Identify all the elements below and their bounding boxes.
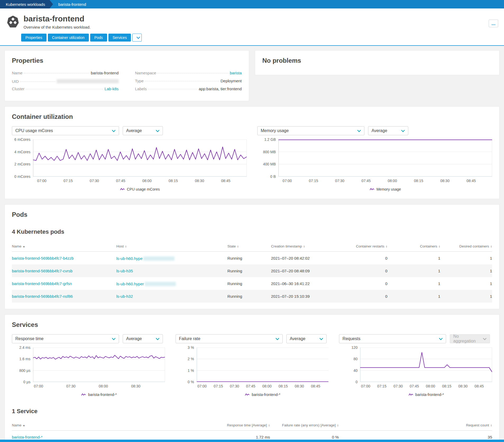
host-link[interactable]: ls-ub-h35 — [116, 269, 133, 273]
chevron-down-icon — [112, 338, 116, 340]
sort-icon: ▲▼ — [237, 245, 239, 248]
line-series-icon — [81, 393, 86, 396]
cpu-chart-legend: CPU usage mCores — [33, 187, 247, 191]
container-utilization-card: Container utilization CPU usage mCores A… — [4, 106, 500, 199]
pod-name-link[interactable]: barista-frontend-569bbb4fc7-b4zzb — [12, 256, 74, 260]
response-time-x-axis-labels: 07:0007:3008:0008:30 — [33, 382, 165, 389]
memory-chart-legend: Memory usage — [278, 187, 492, 191]
property-type: Type Deployment — [135, 79, 242, 87]
service-col-request-count[interactable]: Request count▲▼ — [339, 423, 492, 427]
property-namespace: Namespace barista — [135, 71, 242, 79]
response-time-metric-select[interactable]: Response time — [12, 334, 119, 343]
service-col-name[interactable]: Name▲ — [12, 423, 217, 427]
service-request-count: 35 — [339, 435, 492, 439]
service-table: Name▲ Response time [Average]▲▼ Failure … — [12, 422, 492, 442]
cpu-metric-select[interactable]: CPU usage mCores — [12, 126, 119, 135]
pods-col-restarts[interactable]: Container restarts▲▼ — [332, 244, 387, 248]
pod-containers: 1 — [387, 269, 440, 273]
page-subtitle: Overview of the Kubernetes workload. — [24, 25, 90, 29]
property-uid: UID — [12, 79, 119, 87]
sort-icon: ▲▼ — [491, 424, 492, 427]
services-card: Services Response time Average Failure r… — [4, 314, 500, 442]
response-time-chart: 2.4 ms1.6 ms800 µs0 µs 07:0007:3008:0008… — [12, 348, 165, 398]
namespace-link[interactable]: barista — [230, 71, 242, 75]
kubernetes-workload-icon — [7, 15, 19, 28]
nav-pods-button[interactable]: Pods — [90, 34, 107, 42]
failure-rate-metric-select[interactable]: Failure rate — [176, 334, 283, 343]
host-redacted-blur — [143, 256, 175, 261]
response-time-y-axis-labels: 2.4 ms1.6 ms800 µs0 µs — [12, 348, 33, 382]
pod-created: 2021–07–20 08:48:09 — [271, 269, 332, 273]
property-cluster: Cluster Lab-k8s — [12, 87, 119, 94]
pod-desired: 1 — [440, 281, 492, 286]
nav-container-utilization-button[interactable]: Container utilization — [48, 34, 89, 42]
sort-icon: ▲▼ — [491, 245, 492, 248]
breadcrumb-kubernetes-workloads[interactable]: Kubernetes workloads — [0, 0, 53, 8]
failure-rate-plot-area — [197, 348, 329, 382]
requests-chart-legend: barista-frontend-* — [360, 393, 492, 397]
breadcrumb-current: barista-frontend — [53, 0, 86, 8]
container-utilization-title: Container utilization — [12, 113, 492, 120]
chevron-down-icon — [319, 338, 323, 340]
pods-col-containers[interactable]: Containers▲▼ — [387, 244, 440, 248]
chevron-down-icon — [483, 338, 487, 340]
memory-aggregation-select[interactable]: Average — [368, 126, 408, 135]
pod-restarts: 0 — [332, 256, 387, 260]
host-link[interactable]: ls-ub-h60.hype — [116, 256, 143, 261]
pod-state: Running — [227, 281, 271, 286]
memory-metric-select[interactable]: Memory usage — [257, 126, 364, 135]
pod-restarts: 0 — [332, 294, 387, 299]
property-name: Name barista-frontend — [12, 71, 119, 79]
pod-state: Running — [227, 269, 271, 273]
nav-properties-button[interactable]: Properties — [21, 34, 47, 42]
requests-metric-select[interactable]: Requests — [339, 334, 446, 343]
pod-name-link[interactable]: barista-frontend-569bbb4fc7-grfsn — [12, 281, 72, 286]
memory-y-axis-labels: 1.2 GB800 MB400 MB0 B — [257, 139, 278, 177]
sort-asc-icon: ▲ — [23, 245, 25, 248]
cpu-x-axis-labels: 07:0007:1507:3007:4508:0008:1508:3008:45 — [33, 177, 247, 183]
chevron-down-icon — [401, 130, 405, 132]
line-series-icon — [370, 188, 374, 191]
uid-redacted-blur — [57, 79, 119, 83]
cluster-link[interactable]: Lab-k8s — [104, 87, 118, 91]
chevron-down-icon — [276, 338, 279, 340]
host-link[interactable]: ls-ub-h32 — [116, 294, 133, 299]
pods-col-host[interactable]: Host▲▼ — [116, 244, 227, 248]
pods-col-desired[interactable]: Desired containers▲▼ — [440, 244, 492, 248]
pod-desired: 1 — [440, 269, 492, 273]
line-series-icon — [409, 393, 413, 396]
cpu-aggregation-select[interactable]: Average — [123, 126, 163, 135]
chevron-down-icon — [136, 37, 140, 39]
pod-state: Running — [227, 294, 271, 299]
section-nav: Properties Container utilization Pods Se… — [21, 34, 497, 42]
service-name-link[interactable]: barista-frontend-* — [12, 435, 43, 439]
chevron-down-icon — [357, 130, 361, 132]
pods-table: Name▲ Host▲▼ State▲▼ Creation timestamp▲… — [12, 243, 492, 303]
pods-col-created[interactable]: Creation timestamp▲▼ — [271, 244, 332, 248]
nav-more-dropdown-button[interactable] — [132, 34, 142, 42]
nav-services-button[interactable]: Services — [108, 34, 131, 42]
line-series-icon — [245, 393, 250, 396]
bottom-accent-bar — [0, 440, 504, 442]
service-col-response-time[interactable]: Response time [Average]▲▼ — [217, 423, 270, 427]
pod-desired: 1 — [440, 294, 492, 299]
service-col-failure-rate[interactable]: Failure rate (any errors) [Average]▲▼ — [270, 423, 339, 427]
pod-containers: 1 — [387, 281, 440, 286]
host-link[interactable]: ls-ub-h60.hyper — [116, 282, 144, 286]
pod-restarts: 0 — [332, 281, 387, 286]
failure-rate-aggregation-select[interactable]: Average — [286, 334, 327, 343]
pod-desired: 1 — [440, 256, 492, 260]
pod-row: barista-frontend-569bbb4fc7-grfsn ls-ub-… — [12, 277, 492, 290]
pods-col-state[interactable]: State▲▼ — [227, 244, 271, 248]
pod-name-link[interactable]: barista-frontend-569bbb4fc7-nsf86 — [12, 294, 73, 299]
response-time-aggregation-select[interactable]: Average — [123, 334, 163, 343]
pod-name-link[interactable]: barista-frontend-569bbb4fc7-cvrsb — [12, 269, 72, 273]
service-failure-rate: 0 % — [270, 435, 339, 439]
more-actions-button[interactable]: ... — [489, 20, 498, 27]
page-header: barista-frontend Overview of the Kuberne… — [0, 8, 504, 46]
properties-card: Properties Name barista-frontend Namespa… — [4, 50, 249, 101]
service-response-time: 1.72 ms — [217, 435, 270, 439]
sort-icon: ▲▼ — [125, 245, 127, 248]
pods-col-name[interactable]: Name▲ — [12, 244, 116, 248]
chevron-down-icon — [156, 130, 159, 132]
